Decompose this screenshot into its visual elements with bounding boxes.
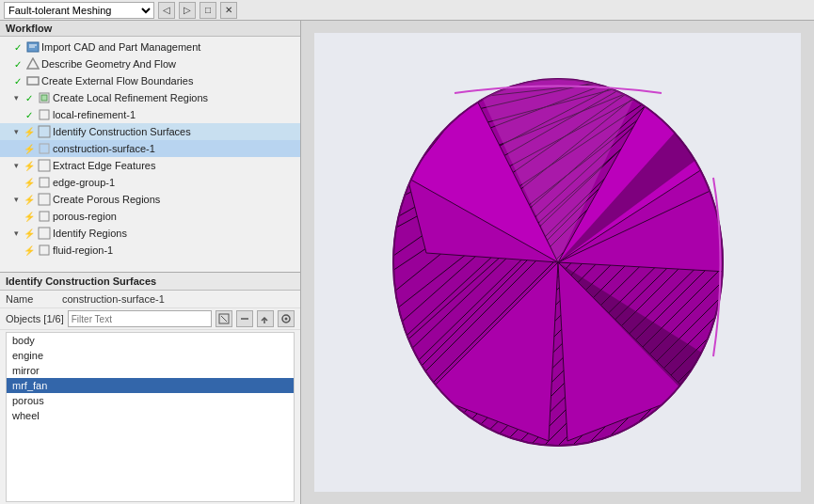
tree-item-porous[interactable]: ▾ ⚡ Create Porous Regions [0, 191, 300, 208]
workflow-title: Workflow [6, 23, 52, 34]
tree-item-local[interactable]: ▾ ✓ Create Local Refinement Regions [0, 89, 300, 106]
edge-icon [38, 159, 51, 172]
lightning-icon-3: ⚡ [23, 159, 36, 172]
check-icon-4: ✓ [23, 91, 36, 104]
name-row: Name construction-surface-1 [0, 291, 300, 308]
external-label: Create External Flow Boundaries [41, 75, 193, 87]
object-mrf-fan[interactable]: mrf_fan [7, 378, 294, 393]
tree-item-edge-1[interactable]: ⚡ edge-group-1 [0, 174, 300, 191]
tree-item-external[interactable]: ✓ Create External Flow Boundaries [0, 72, 300, 89]
svg-rect-6 [41, 95, 47, 101]
filter-btn-4[interactable] [278, 310, 295, 327]
construction1-label: construction-surface-1 [53, 143, 155, 154]
tree-item-regions[interactable]: ▾ ⚡ Identify Regions [0, 225, 300, 242]
tree-item-edge[interactable]: ▾ ⚡ Extract Edge Features [0, 157, 300, 174]
filter-input[interactable] [68, 310, 212, 327]
svg-rect-12 [39, 194, 50, 205]
svg-point-21 [285, 318, 288, 321]
local1-icon [38, 108, 51, 121]
object-body[interactable]: body [7, 333, 294, 348]
workflow-dropdown[interactable]: Fault-tolerant Meshing [4, 2, 154, 19]
expand-porous-icon[interactable]: ▾ [11, 195, 21, 204]
expand-edge-icon[interactable]: ▾ [11, 161, 21, 170]
filter-btn-2[interactable] [236, 310, 253, 327]
edge1-label: edge-group-1 [53, 177, 115, 188]
viewport [314, 33, 802, 492]
undo-button[interactable]: ◁ [158, 2, 175, 19]
edge-label: Extract Edge Features [53, 160, 155, 171]
porous1-label: porous-region [53, 211, 117, 222]
right-panel [301, 21, 814, 504]
construction1-icon [38, 142, 51, 155]
svg-marker-3 [27, 58, 39, 69]
filter-btn-1[interactable] [215, 310, 232, 327]
top-bar: Fault-tolerant Meshing ◁ ▷ □ ✕ [0, 0, 814, 21]
redo-button[interactable]: ▷ [179, 2, 196, 19]
close-button[interactable]: ✕ [220, 2, 237, 19]
regions-icon [38, 227, 51, 240]
construction-label: Identify Construction Surfaces [53, 126, 191, 137]
svg-rect-15 [40, 245, 49, 255]
tree-item-construction-1[interactable]: ⚡ construction-surface-1 [0, 140, 300, 157]
objects-list[interactable]: body engine mirror mrf_fan porous wheel [6, 332, 295, 502]
lightning-icon-7: ⚡ [23, 227, 36, 240]
check-icon-3: ✓ [11, 74, 24, 87]
porous-icon [38, 193, 51, 206]
svg-rect-14 [39, 228, 50, 239]
expand-local-icon[interactable]: ▾ [11, 93, 21, 102]
fan-3d-view [379, 65, 737, 460]
layout-button[interactable]: □ [200, 2, 216, 19]
construction-icon [38, 125, 51, 138]
svg-rect-11 [40, 178, 49, 187]
tree-item-import[interactable]: ✓ Import CAD and Part Management [0, 39, 300, 55]
svg-line-68 [685, 394, 737, 446]
svg-rect-9 [40, 144, 49, 153]
name-label: Name [6, 293, 62, 305]
porous-label: Create Porous Regions [53, 194, 160, 205]
porous1-icon [38, 210, 51, 223]
name-value: construction-surface-1 [62, 293, 165, 305]
left-panel: Workflow ✓ Import CAD and Part Managemen… [0, 21, 301, 504]
svg-line-44 [699, 413, 732, 446]
section-title: Identify Construction Surfaces [0, 273, 300, 291]
tree-item-construction[interactable]: ▾ ⚡ Identify Construction Surfaces [0, 123, 300, 140]
expand-construction-icon[interactable]: ▾ [11, 127, 21, 136]
objects-row: Objects [1/6] [0, 308, 300, 330]
filter-btn-3[interactable] [257, 310, 274, 327]
object-wheel[interactable]: wheel [7, 408, 294, 423]
lightning-icon-1: ⚡ [23, 125, 36, 138]
svg-line-43 [671, 380, 737, 446]
check-icon-5: ✓ [23, 108, 36, 121]
tree-item-porous-1[interactable]: ⚡ porous-region [0, 208, 300, 225]
tree-item-geometry[interactable]: ✓ Describe Geometry And Flow [0, 55, 300, 72]
lightning-icon-4: ⚡ [23, 176, 36, 189]
object-porous[interactable]: porous [7, 393, 294, 408]
expand-regions-icon[interactable]: ▾ [11, 228, 21, 238]
svg-rect-10 [39, 160, 50, 171]
objects-label: Objects [1/6] [6, 313, 64, 324]
tree-item-fluid-1[interactable]: ⚡ fluid-region-1 [0, 242, 300, 259]
lightning-icon-6: ⚡ [23, 210, 36, 223]
external-icon [26, 74, 40, 87]
lightning-icon-8: ⚡ [23, 244, 36, 257]
local-icon [38, 91, 51, 104]
svg-line-17 [221, 316, 227, 322]
svg-line-69 [713, 422, 737, 446]
tree-item-local-1[interactable]: ✓ local-refinement-1 [0, 106, 300, 123]
lightning-icon-2: ⚡ [23, 142, 36, 155]
import-icon [26, 40, 40, 54]
svg-rect-13 [40, 212, 49, 221]
edge1-icon [38, 176, 51, 189]
regions-label: Identify Regions [53, 228, 127, 239]
geometry-label: Describe Geometry And Flow [41, 58, 176, 70]
fluid1-icon [38, 244, 51, 257]
workflow-tree[interactable]: ✓ Import CAD and Part Management ✓ Descr… [0, 37, 300, 272]
object-mirror[interactable]: mirror [7, 363, 294, 378]
svg-rect-7 [40, 110, 49, 119]
bottom-section: Identify Construction Surfaces Name cons… [0, 273, 300, 504]
check-icon-2: ✓ [11, 57, 24, 71]
import-label: Import CAD and Part Management [41, 41, 200, 53]
object-engine[interactable]: engine [7, 348, 294, 363]
svg-rect-8 [39, 126, 50, 137]
lightning-icon-5: ⚡ [23, 193, 36, 206]
